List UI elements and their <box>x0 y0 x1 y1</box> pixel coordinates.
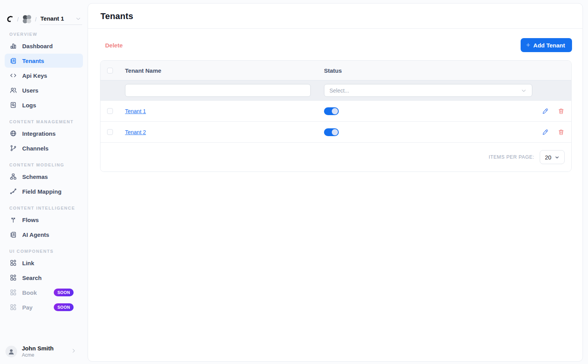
card-header: Tenants <box>88 4 583 29</box>
delete-row-button[interactable] <box>558 129 564 135</box>
sidebar-item-users[interactable]: Users <box>5 83 83 97</box>
tenant-link[interactable]: Tenant 1 <box>125 108 146 114</box>
sidebar-item-logs[interactable]: Logs <box>5 98 83 112</box>
sidebar-section-label: CONTENT MODELING <box>0 163 88 169</box>
sidebar-section-label: CONTENT MANAGEMENT <box>0 119 88 126</box>
chevron-down-icon <box>521 88 527 94</box>
main-content: Tenants Delete + Add Tenant Tenant Name … <box>88 0 588 364</box>
row-checkbox[interactable] <box>107 108 113 114</box>
user-company: Acme <box>22 352 66 358</box>
soon-badge: SOON <box>54 289 74 296</box>
chevron-down-icon <box>555 155 560 160</box>
component-icon <box>9 274 17 282</box>
sidebar-item-book[interactable]: BookSOON <box>5 285 83 299</box>
table-header-row: Tenant Name Status <box>100 61 571 80</box>
sidebar-nav: OVERVIEWDashboardTenantsApi KeysUsersLog… <box>0 25 88 340</box>
sidebar-item-label: Dashboard <box>22 43 53 49</box>
sidebar-section-content-intelligence: CONTENT INTELLIGENCEFlowsAI Agents <box>0 206 88 242</box>
sidebar-section-label: UI COMPONENTS <box>0 249 88 255</box>
page-title: Tenants <box>100 11 570 21</box>
sidebar-section-content-modeling: CONTENT MODELINGSchemasField Mapping <box>0 163 88 198</box>
plus-icon: + <box>526 42 530 49</box>
delete-row-button[interactable] <box>558 108 564 114</box>
sidebar-section-label: OVERVIEW <box>0 32 88 38</box>
sidebar-item-search[interactable]: Search <box>5 271 83 285</box>
sidebar-section-content-management: CONTENT MANAGEMENTIntegrationsChannels <box>0 119 88 155</box>
row-checkbox[interactable] <box>107 129 113 135</box>
dashboard-icon <box>9 42 17 50</box>
trash-icon <box>558 108 564 114</box>
status-filter-select[interactable]: Select... <box>324 84 532 97</box>
sidebar-item-flows[interactable]: Flows <box>5 213 83 227</box>
workspace-bar: / / Tenant 1 <box>0 0 88 25</box>
table-row: Tenant 2 <box>100 121 571 142</box>
breadcrumb-separator: / <box>17 16 19 25</box>
table-filter-row: Select... <box>100 80 571 100</box>
tenant-link[interactable]: Tenant 2 <box>125 129 146 135</box>
sidebar-item-label: Link <box>22 260 34 266</box>
sidebar-item-label: AI Agents <box>22 231 49 238</box>
sidebar-section-overview: OVERVIEWDashboardTenantsApi KeysUsersLog… <box>0 32 88 112</box>
sidebar-item-label: Channels <box>22 145 49 152</box>
field-mapping-icon <box>9 188 17 195</box>
sidebar-item-label: Schemas <box>22 173 48 180</box>
toggle-knob <box>332 108 338 114</box>
sidebar-item-label: Logs <box>22 102 36 108</box>
user-name: John Smith <box>22 345 66 352</box>
sidebar-item-field-mapping[interactable]: Field Mapping <box>5 184 83 198</box>
api-keys-icon <box>9 72 17 79</box>
chevron-down-icon <box>75 16 81 22</box>
component-icon <box>9 289 17 296</box>
column-header-status: Status <box>324 67 532 74</box>
integrations-icon <box>9 130 17 137</box>
sidebar-item-schemas[interactable]: Schemas <box>5 170 83 184</box>
status-toggle[interactable] <box>324 107 339 115</box>
component-icon <box>9 304 17 311</box>
sidebar-item-channels[interactable]: Channels <box>5 141 83 155</box>
toolbar: Delete + Add Tenant <box>88 29 583 60</box>
chevron-right-icon <box>70 348 82 355</box>
items-per-page-label: ITEMS PER PAGE: <box>489 154 534 160</box>
items-per-page-select[interactable]: 20 <box>540 150 565 164</box>
tenant-selector[interactable]: Tenant 1 <box>40 15 82 25</box>
sidebar-item-pay[interactable]: PaySOON <box>5 300 83 314</box>
schemas-icon <box>9 173 17 180</box>
table-row: Tenant 1 <box>100 100 571 121</box>
sidebar-item-dashboard[interactable]: Dashboard <box>5 39 83 53</box>
tenants-icon <box>9 57 17 65</box>
tenants-table: Tenant Name Status Select... Tenant 1Ten… <box>100 60 572 172</box>
sidebar-item-tenants[interactable]: Tenants <box>5 54 83 68</box>
items-per-page-value: 20 <box>545 154 551 161</box>
trash-icon <box>558 129 564 135</box>
pencil-icon <box>542 129 548 135</box>
logo-icon <box>5 15 14 24</box>
sidebar-item-label: Pay <box>22 304 33 311</box>
sidebar-item-link[interactable]: Link <box>5 256 83 270</box>
logs-icon <box>9 102 17 109</box>
sidebar-item-integrations[interactable]: Integrations <box>5 126 83 140</box>
user-meta: John Smith Acme <box>22 345 66 358</box>
sidebar-section-label: CONTENT INTELLIGENCE <box>0 206 88 212</box>
sidebar-item-ai-agents[interactable]: AI Agents <box>5 228 83 242</box>
toggle-knob <box>332 129 338 135</box>
edit-button[interactable] <box>542 129 548 135</box>
select-all-checkbox[interactable] <box>107 68 113 74</box>
add-tenant-button[interactable]: + Add Tenant <box>521 38 572 52</box>
tenant-name-filter-input[interactable] <box>125 84 311 97</box>
sidebar-item-api-keys[interactable]: Api Keys <box>5 68 83 82</box>
user-menu[interactable]: John Smith Acme <box>0 340 88 364</box>
flows-icon <box>9 216 17 224</box>
pencil-icon <box>542 108 548 114</box>
delete-button[interactable]: Delete <box>105 42 123 49</box>
add-tenant-label: Add Tenant <box>533 42 565 49</box>
ai-agents-icon <box>9 231 17 238</box>
person-icon <box>7 348 15 355</box>
column-header-tenant-name: Tenant Name <box>125 67 324 74</box>
workspace-avatar[interactable] <box>22 14 32 24</box>
status-toggle[interactable] <box>324 128 339 136</box>
soon-badge: SOON <box>54 303 74 311</box>
edit-button[interactable] <box>542 108 548 114</box>
sidebar-item-label: Api Keys <box>22 72 47 79</box>
sidebar: / / Tenant 1 OVERVIEWDashboardTenantsApi… <box>0 0 88 364</box>
sidebar-item-label: Search <box>22 275 42 281</box>
